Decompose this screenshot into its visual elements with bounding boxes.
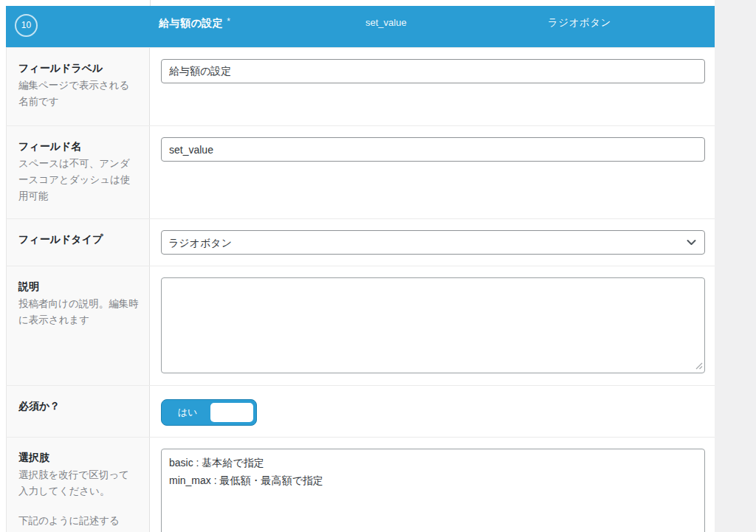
field-label-input[interactable] bbox=[161, 59, 705, 83]
field-type-select-wrap: ラジオボタン bbox=[161, 230, 705, 255]
field-type-select[interactable]: ラジオボタン bbox=[161, 230, 705, 255]
field-label-label: フィールドラベル bbox=[18, 61, 139, 75]
field-name-label: フィールド名 bbox=[18, 139, 139, 153]
required-toggle-on-label: はい bbox=[162, 400, 213, 425]
required-label: 必須か？ bbox=[18, 398, 139, 413]
required-toggle-cell: はい bbox=[150, 386, 715, 437]
required-asterisk: * bbox=[227, 16, 230, 27]
required-toggle[interactable]: はい bbox=[161, 399, 257, 426]
field-handle-name: set_value bbox=[365, 17, 407, 28]
instructions-description: 投稿者向けの説明。編集時に表示されます bbox=[18, 296, 139, 328]
field-type-select-cell: ラジオボタン bbox=[150, 219, 715, 266]
field-name-label-cell: フィールド名 スペースは不可、アンダースコアとダッシュは使用可能 bbox=[6, 126, 150, 218]
field-name-description: スペースは不可、アンダースコアとダッシュは使用可能 bbox=[18, 156, 139, 204]
setting-row-choices: 選択肢 選択肢を改行で区切って入力してください。 下記のように記述する basi… bbox=[6, 437, 715, 532]
setting-row-field-label: フィールドラベル 編集ページで表示される名前です bbox=[6, 47, 715, 125]
setting-row-required: 必須か？ はい bbox=[6, 385, 715, 437]
field-handle-bar[interactable]: 10 給与額の設定* set_value ラジオボタン bbox=[6, 6, 715, 47]
acf-field-settings-panel: 10 給与額の設定* set_value ラジオボタン フィールドラベル 編集ペ… bbox=[0, 0, 756, 532]
field-handle-title[interactable]: 給与額の設定* bbox=[159, 16, 231, 30]
instructions-label-cell: 説明 投稿者向けの説明。編集時に表示されます bbox=[6, 266, 150, 385]
instructions-label: 説明 bbox=[18, 279, 139, 294]
choices-textarea[interactable]: basic : 基本給で指定 min_max : 最低額・最高額で指定 bbox=[161, 449, 705, 532]
field-object: 10 給与額の設定* set_value ラジオボタン フィールドラベル 編集ペ… bbox=[6, 0, 715, 532]
field-name-input-cell bbox=[150, 126, 715, 218]
choices-input-cell: basic : 基本給で指定 min_max : 最低額・最高額で指定 bbox=[150, 438, 715, 532]
choices-label-cell: 選択肢 選択肢を改行で区切って入力してください。 下記のように記述する bbox=[6, 438, 150, 532]
field-label-input-cell bbox=[150, 48, 715, 125]
instructions-textarea[interactable] bbox=[161, 277, 705, 373]
field-name-input[interactable] bbox=[161, 137, 705, 162]
field-type-label: フィールドタイプ bbox=[18, 232, 139, 246]
field-order-badge[interactable]: 10 bbox=[15, 14, 38, 37]
setting-row-field-name: フィールド名 スペースは不可、アンダースコアとダッシュは使用可能 bbox=[6, 125, 715, 218]
choices-label: 選択肢 bbox=[18, 450, 139, 465]
instructions-textarea-wrap bbox=[161, 277, 705, 373]
required-toggle-knob[interactable] bbox=[210, 403, 253, 422]
choices-description: 選択肢を改行で区切って入力してください。 bbox=[18, 467, 139, 500]
setting-row-field-type: フィールドタイプ ラジオボタン bbox=[6, 218, 715, 266]
resize-handle-icon[interactable] bbox=[695, 362, 703, 370]
field-handle-type: ラジオボタン bbox=[548, 16, 611, 30]
instructions-input-cell bbox=[150, 266, 715, 385]
field-type-label-cell: フィールドタイプ bbox=[6, 219, 150, 266]
required-label-cell: 必須か？ bbox=[6, 386, 150, 437]
setting-row-instructions: 説明 投稿者向けの説明。編集時に表示されます bbox=[6, 266, 715, 385]
field-label-description: 編集ページで表示される名前です bbox=[18, 77, 139, 110]
field-label-label-cell: フィールドラベル 編集ページで表示される名前です bbox=[6, 48, 150, 125]
top-edge-strip bbox=[6, 0, 715, 6]
column-divider-fragment bbox=[150, 0, 151, 6]
choices-textarea-wrap: basic : 基本給で指定 min_max : 最低額・最高額で指定 bbox=[161, 449, 705, 532]
choices-description-2: 下記のように記述する bbox=[18, 513, 139, 529]
field-handle-title-text: 給与額の設定 bbox=[159, 17, 223, 29]
content-surface: 10 給与額の設定* set_value ラジオボタン フィールドラベル 編集ペ… bbox=[0, 0, 715, 532]
